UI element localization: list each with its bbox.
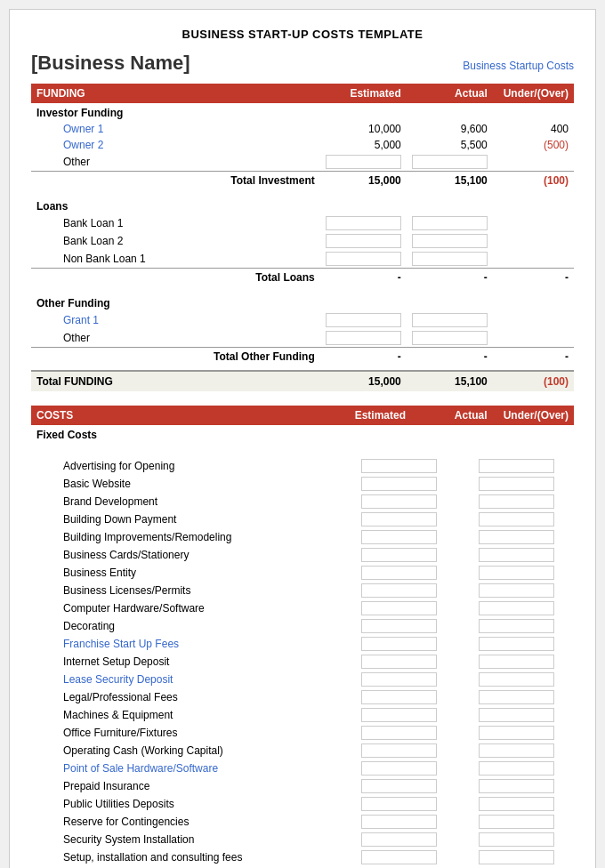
owner1-label: Owner 1 — [31, 121, 320, 137]
cost-item-label: Reserve for Contingencies — [31, 813, 325, 831]
funding-label: FUNDING — [31, 84, 320, 103]
cost-item-estimated-input[interactable] — [361, 743, 437, 758]
cost-item-actual-input[interactable] — [479, 512, 554, 526]
fixed-costs-header: Fixed Costs — [31, 425, 574, 443]
cost-item-actual-input[interactable] — [479, 583, 554, 598]
cost-item-estimated-input[interactable] — [361, 637, 437, 651]
grant1-estimated-input[interactable] — [326, 313, 401, 327]
bank-loan1-label: Bank Loan 1 — [31, 214, 320, 232]
owner1-actual: 9,600 — [407, 121, 493, 137]
cost-item-actual-input[interactable] — [479, 850, 554, 864]
funding-col-actual: Actual — [407, 84, 493, 103]
cost-item-actual-input[interactable] — [479, 566, 554, 580]
cost-item-actual-input[interactable] — [479, 548, 554, 562]
cost-item-estimated-input[interactable] — [361, 477, 437, 491]
cost-item-actual-input[interactable] — [479, 690, 554, 704]
cost-item-estimated-input[interactable] — [361, 512, 437, 526]
grant1-actual-input[interactable] — [412, 313, 488, 327]
cost-item-estimated-input[interactable] — [361, 797, 437, 811]
costs-section-header: COSTS Estimated Actual Under/(Over) — [31, 406, 574, 425]
total-investment-actual: 15,100 — [407, 172, 493, 190]
cost-item-actual-input[interactable] — [479, 494, 554, 509]
cost-item-actual-input[interactable] — [479, 779, 554, 793]
cost-item-estimated-input[interactable] — [361, 530, 437, 544]
total-other-funding-row: Total Other Funding - - - — [31, 348, 574, 366]
bank-loan1-row: Bank Loan 1 — [31, 214, 574, 232]
cost-item-under — [560, 671, 574, 688]
cost-item-estimated-input[interactable] — [361, 601, 437, 615]
cost-item-actual-input[interactable] — [479, 672, 554, 687]
cost-item-row: Computer Hardware/Software — [31, 599, 574, 617]
cost-item-row: Reserve for Contingencies — [31, 813, 574, 831]
total-loans-estimated: - — [320, 269, 407, 287]
total-funding-under: (100) — [493, 371, 574, 391]
costs-col-actual: Actual — [411, 406, 493, 425]
cost-item-estimated-input[interactable] — [361, 583, 437, 598]
cost-item-estimated-input[interactable] — [361, 459, 437, 473]
cost-item-row: Security System Installation — [31, 831, 574, 848]
total-investment-estimated: 15,000 — [320, 172, 407, 190]
cost-item-actual-input[interactable] — [479, 726, 554, 740]
cost-item-estimated-input[interactable] — [361, 655, 437, 669]
cost-item-estimated-input[interactable] — [361, 494, 437, 509]
cost-item-row: Franchise Start Up Fees — [31, 635, 574, 653]
cost-item-row: Advertising for Opening — [31, 457, 574, 475]
cost-item-estimated-input[interactable] — [361, 832, 437, 847]
investor-other-estimated-input[interactable] — [326, 155, 401, 169]
cost-item-estimated-input[interactable] — [361, 726, 437, 740]
cost-item-row: Lease Security Deposit — [31, 671, 574, 688]
cost-item-estimated-input[interactable] — [361, 850, 437, 864]
bank-loan1-actual-input[interactable] — [412, 216, 488, 230]
cost-item-actual-input[interactable] — [479, 477, 554, 491]
loans-header: Loans — [31, 197, 574, 214]
cost-item-estimated-input[interactable] — [361, 619, 437, 633]
cost-item-under — [560, 546, 574, 564]
investor-funding-header: Investor Funding — [31, 103, 574, 121]
breadcrumb-link[interactable]: Business Startup Costs — [463, 60, 574, 72]
cost-item-label: Point of Sale Hardware/Software — [31, 760, 325, 777]
cost-item-estimated-input[interactable] — [361, 779, 437, 793]
cost-item-actual-input[interactable] — [479, 655, 554, 669]
cost-item-estimated-input[interactable] — [361, 708, 437, 722]
investor-other-row: Other — [31, 153, 574, 172]
cost-item-actual-input[interactable] — [479, 619, 554, 633]
non-bank-loan1-estimated-input[interactable] — [326, 252, 401, 266]
cost-item-actual-input[interactable] — [479, 797, 554, 811]
investor-other-actual-input[interactable] — [412, 155, 488, 169]
cost-item-label: Public Utilities Deposits — [31, 795, 325, 813]
funding-table: FUNDING Estimated Actual Under/(Over) In… — [31, 84, 574, 391]
cost-item-label: Business Entity — [31, 564, 325, 582]
cost-item-actual-input[interactable] — [479, 832, 554, 847]
cost-item-actual-input[interactable] — [479, 637, 554, 651]
cost-item-actual-input[interactable] — [479, 761, 554, 776]
cost-item-label: Franchise Start Up Fees — [31, 635, 325, 653]
cost-item-label: Advertising for Opening — [31, 457, 325, 475]
cost-item-under — [560, 813, 574, 831]
cost-item-estimated-input[interactable] — [361, 548, 437, 562]
cost-item-label: Basic Website — [31, 475, 325, 493]
owner2-estimated: 5,000 — [320, 137, 407, 153]
cost-item-row: Office Furniture/Fixtures — [31, 724, 574, 742]
bank-loan1-estimated-input[interactable] — [326, 216, 401, 230]
cost-item-actual-input[interactable] — [479, 530, 554, 544]
cost-item-label: Operating Cash (Working Capital) — [31, 742, 325, 760]
other-funding-estimated-input[interactable] — [326, 331, 401, 345]
cost-item-actual-input[interactable] — [479, 459, 554, 473]
cost-item-actual-input[interactable] — [479, 815, 554, 829]
cost-item-estimated-input[interactable] — [361, 815, 437, 829]
cost-item-estimated-input[interactable] — [361, 690, 437, 704]
cost-item-estimated-input[interactable] — [361, 761, 437, 776]
cost-item-actual-input[interactable] — [479, 708, 554, 722]
total-other-under: - — [493, 348, 574, 366]
cost-item-estimated-input[interactable] — [361, 672, 437, 687]
other-funding-label: Other Funding — [31, 293, 320, 311]
bank-loan2-estimated-input[interactable] — [326, 234, 401, 248]
non-bank-loan1-actual-input[interactable] — [412, 252, 488, 266]
cost-item-label: Business Cards/Stationery — [31, 546, 325, 564]
cost-item-estimated-input[interactable] — [361, 566, 437, 580]
cost-item-actual-input[interactable] — [479, 601, 554, 615]
other-funding-actual-input[interactable] — [412, 331, 488, 345]
cost-item-actual-input[interactable] — [479, 743, 554, 758]
total-other-funding-label: Total Other Funding — [31, 348, 320, 366]
bank-loan2-actual-input[interactable] — [412, 234, 488, 248]
